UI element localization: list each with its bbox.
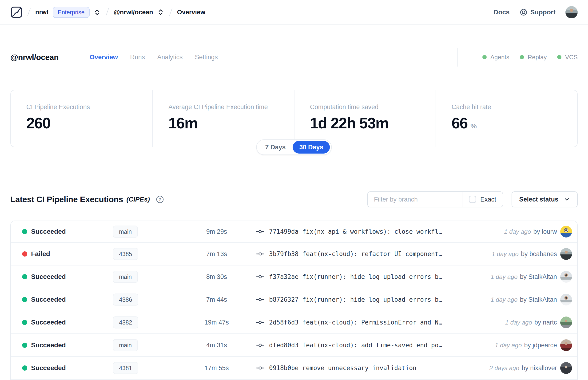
nx-cloud-logo-icon[interactable] <box>10 6 23 18</box>
svg-text:?: ? <box>158 197 161 202</box>
duration: 17m 55s <box>192 364 241 372</box>
status-select[interactable]: Select status <box>512 191 578 208</box>
status-label: Succeeded <box>31 319 66 326</box>
commit-text: 2d58f6d3feat(nx-cloud): PermissionError … <box>269 319 442 326</box>
breadcrumb: nrwl Enterprise @nrwl/ocean Overview <box>10 6 205 18</box>
status-label: Succeeded <box>31 273 66 281</box>
branch-badge[interactable]: 4382 <box>113 316 138 328</box>
commit-text: 3b79fb38feat(nx-cloud): refactor UI comp… <box>269 250 442 258</box>
branch-badge[interactable]: main <box>113 271 138 283</box>
git-commit-icon <box>256 250 264 258</box>
stats-cards: CI Pipeline Executions 260 Average CI Pi… <box>10 90 578 147</box>
user-avatar[interactable] <box>565 6 578 18</box>
life-buoy-icon <box>520 8 528 16</box>
duration: 9m 29s <box>192 228 241 235</box>
stat-computation-time-saved: Computation time saved 1d 22h 53m <box>294 90 436 147</box>
tab-overview[interactable]: Overview <box>90 54 118 61</box>
commit-text: 771499dafix(nx-api & workflows): close w… <box>269 228 442 235</box>
breadcrumb-page: Overview <box>177 9 205 16</box>
breadcrumb-workspace[interactable]: @nrwl/ocean <box>114 9 153 16</box>
commit-text: f37a32aefix(runner): hide log upload err… <box>269 273 442 280</box>
percent-unit: % <box>470 122 477 130</box>
feature-vcs[interactable]: VCS <box>557 54 578 61</box>
status-dot <box>22 229 27 234</box>
git-commit-icon <box>256 295 264 304</box>
commit-meta: 1 day agoby nartc <box>505 319 557 326</box>
table-row[interactable]: Succeeded 4382 19m 47s 2d58f6d3feat(nx-c… <box>11 311 577 334</box>
tab-analytics[interactable]: Analytics <box>157 54 183 61</box>
status-label: Failed <box>31 250 50 258</box>
breadcrumb-org[interactable]: nrwl <box>35 9 48 16</box>
duration: 7m 44s <box>192 296 241 303</box>
branch-badge[interactable]: 4385 <box>113 248 138 260</box>
table-row[interactable]: Succeeded main 9m 29s 771499dafix(nx-api… <box>11 221 577 243</box>
status-dot <box>22 320 27 325</box>
executions-header: Latest CI Pipeline Executions (CIPEs) ? … <box>10 191 578 208</box>
commit-meta: 1 day agoby StalkAltan <box>491 296 557 303</box>
table-row[interactable]: Failed 4385 7m 13s 3b79fb38feat(nx-cloud… <box>11 243 577 266</box>
feature-agents[interactable]: Agents <box>482 54 510 61</box>
top-bar-actions: Docs Support <box>493 6 578 18</box>
workspace-chevron-up-down-icon[interactable] <box>157 8 164 16</box>
table-row[interactable]: Succeeded 4381 17m 55s 0918b0beremove un… <box>11 357 577 380</box>
exact-toggle[interactable]: Exact <box>462 196 503 203</box>
duration: 19m 47s <box>192 319 241 326</box>
feature-replay[interactable]: Replay <box>520 54 547 61</box>
git-commit-icon <box>256 318 264 327</box>
status-label: Succeeded <box>31 228 66 235</box>
period-30-days[interactable]: 30 Days <box>293 141 330 153</box>
author-avatar <box>560 226 572 237</box>
section-title-suffix: (CIPEs) <box>127 196 150 203</box>
status-dot <box>22 251 27 257</box>
status-dot-icon <box>520 55 524 59</box>
branch-badge[interactable]: 4381 <box>113 362 138 374</box>
workspace-features: Agents Replay VCS <box>457 48 578 67</box>
nx-cloud-dashboard: nrwl Enterprise @nrwl/ocean Overview Doc… <box>0 0 588 380</box>
table-row[interactable]: Succeeded main 8m 30s f37a32aefix(runner… <box>11 266 577 288</box>
breadcrumb-slash <box>106 8 109 17</box>
stat-cache-hit-rate: Cache hit rate 66% <box>436 90 577 147</box>
duration: 7m 13s <box>192 250 241 258</box>
status-label: Succeeded <box>31 364 66 372</box>
table-row[interactable]: Succeeded main 4m 31s dfed80d3feat(nx-cl… <box>11 334 577 357</box>
table-row[interactable]: Succeeded 4386 7m 44s b8726327fix(runner… <box>11 288 577 311</box>
workspace-header: @nrwl/ocean Overview Runs Analytics Sett… <box>10 46 578 69</box>
author-avatar <box>560 248 572 260</box>
commit-text: b8726327fix(runner): hide log upload err… <box>269 296 442 303</box>
tab-settings[interactable]: Settings <box>195 54 218 61</box>
branch-badge[interactable]: main <box>113 226 138 238</box>
breadcrumb-slash <box>169 8 172 17</box>
commit-text: dfed80d3feat(nx-cloud): add time-saved e… <box>269 342 442 349</box>
stat-average-execution-time: Average CI Pipeline Execution time 16m <box>152 90 294 147</box>
executions-table: Succeeded main 9m 29s 771499dafix(nx-api… <box>10 221 578 380</box>
workspace-title: @nrwl/ocean <box>10 53 58 62</box>
status-dot-icon <box>482 55 487 59</box>
branch-filter-input[interactable] <box>368 192 462 207</box>
chevron-down-icon <box>564 196 570 203</box>
git-commit-icon <box>256 364 264 372</box>
git-commit-icon <box>256 228 264 236</box>
branch-badge[interactable]: 4386 <box>113 293 138 305</box>
commit-meta: 1 day agoby bcabanes <box>492 250 557 258</box>
top-bar: nrwl Enterprise @nrwl/ocean Overview Doc… <box>0 0 588 25</box>
commit-meta: 2 days agoby nixallover <box>490 364 557 372</box>
author-avatar <box>560 362 572 374</box>
author-avatar <box>560 317 572 328</box>
git-commit-icon <box>256 272 264 281</box>
enterprise-badge[interactable]: Enterprise <box>53 7 90 18</box>
org-chevron-up-down-icon[interactable] <box>93 8 101 16</box>
status-dot <box>22 365 27 371</box>
status-label: Succeeded <box>31 342 66 349</box>
git-commit-icon <box>256 341 264 349</box>
docs-link[interactable]: Docs <box>493 8 510 16</box>
section-title: Latest CI Pipeline Executions <box>10 195 123 204</box>
period-7-days[interactable]: 7 Days <box>258 141 293 153</box>
commit-meta: 1 day agoby StalkAltan <box>491 273 557 280</box>
status-dot <box>22 274 27 279</box>
commit-text: 0918b0beremove unnecessary invalidation <box>269 364 417 372</box>
tab-runs[interactable]: Runs <box>130 54 145 61</box>
support-link[interactable]: Support <box>520 8 555 16</box>
help-icon[interactable]: ? <box>156 195 164 203</box>
exact-checkbox[interactable] <box>469 196 476 203</box>
branch-badge[interactable]: main <box>113 339 138 351</box>
